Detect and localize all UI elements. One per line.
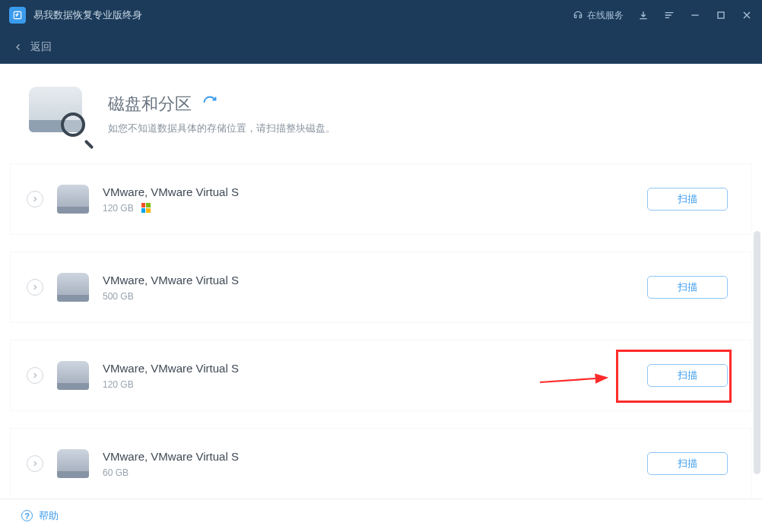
disk-icon xyxy=(57,185,89,214)
disk-icon xyxy=(57,273,89,302)
support-label: 在线服务 xyxy=(587,9,624,22)
disk-icon xyxy=(57,361,89,390)
disk-item: VMware, VMware Virtual S 60 GB 扫描 xyxy=(11,429,751,499)
disk-icon xyxy=(57,449,89,478)
titlebar: 易我数据恢复专业版终身 在线服务 xyxy=(0,0,762,30)
disk-size: 60 GB xyxy=(103,467,129,478)
disk-item: VMware, VMware Virtual S 120 GB 扫描 xyxy=(11,340,751,410)
scan-button[interactable]: 扫描 xyxy=(647,364,728,387)
disk-name: VMware, VMware Virtual S xyxy=(103,450,633,463)
footer: ? 帮助 xyxy=(0,499,762,532)
download-icon[interactable] xyxy=(637,9,649,21)
svg-rect-1 xyxy=(718,12,724,18)
back-button[interactable]: 返回 xyxy=(14,40,52,54)
minimize-icon[interactable] xyxy=(689,9,701,21)
disk-name: VMware, VMware Virtual S xyxy=(103,362,633,375)
expand-toggle[interactable] xyxy=(27,279,43,296)
scan-button[interactable]: 扫描 xyxy=(647,188,728,211)
expand-toggle[interactable] xyxy=(27,367,43,384)
help-icon: ? xyxy=(21,510,33,521)
content-area: 磁盘和分区 如您不知道数据具体的存储位置，请扫描整块磁盘。 VMware, VM… xyxy=(0,64,762,499)
disk-size: 120 GB xyxy=(103,203,134,214)
back-bar: 返回 xyxy=(0,30,762,64)
scan-button[interactable]: 扫描 xyxy=(647,276,728,299)
help-label: 帮助 xyxy=(39,509,59,523)
disk-item: VMware, VMware Virtual S 500 GB 扫描 xyxy=(11,252,751,322)
page-title: 磁盘和分区 xyxy=(108,93,192,116)
app-title: 易我数据恢复专业版终身 xyxy=(33,8,573,22)
refresh-icon[interactable] xyxy=(202,95,217,113)
online-support-button[interactable]: 在线服务 xyxy=(573,9,624,22)
disk-name: VMware, VMware Virtual S xyxy=(103,274,633,287)
disk-item: VMware, VMware Virtual S 120 GB 扫描 xyxy=(11,164,751,234)
menu-icon[interactable] xyxy=(663,9,675,21)
app-logo-icon xyxy=(9,7,26,24)
scrollbar[interactable] xyxy=(754,231,760,474)
expand-toggle[interactable] xyxy=(27,455,43,472)
scan-button[interactable]: 扫描 xyxy=(647,452,728,475)
disk-size: 120 GB xyxy=(103,379,134,390)
windows-icon xyxy=(141,203,151,213)
disk-name: VMware, VMware Virtual S xyxy=(103,185,633,198)
header-section: 磁盘和分区 如您不知道数据具体的存储位置，请扫描整块磁盘。 xyxy=(0,64,762,164)
page-subtitle: 如您不知道数据具体的存储位置，请扫描整块磁盘。 xyxy=(108,122,335,135)
disk-size: 500 GB xyxy=(103,291,134,302)
expand-toggle[interactable] xyxy=(27,191,43,207)
disk-search-illustration-icon xyxy=(29,87,88,141)
disk-list: VMware, VMware Virtual S 120 GB 扫描 VMwar… xyxy=(0,164,762,499)
maximize-icon[interactable] xyxy=(715,9,727,21)
close-icon[interactable] xyxy=(741,9,753,21)
help-link[interactable]: ? 帮助 xyxy=(21,509,59,523)
back-label: 返回 xyxy=(30,40,52,54)
